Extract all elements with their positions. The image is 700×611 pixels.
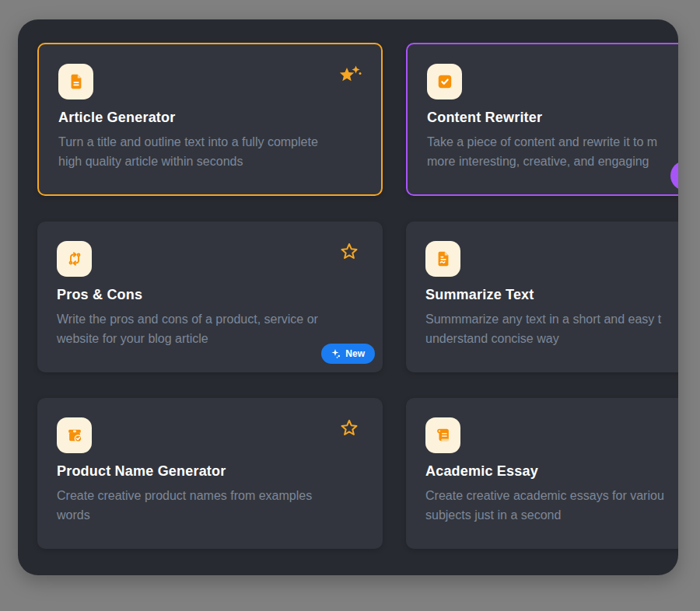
card-title: Product Name Generator xyxy=(57,463,363,480)
card-pros-and-cons[interactable]: Pros & Cons Write the pros and cons of a… xyxy=(37,222,383,372)
swap-arrows-icon xyxy=(57,241,92,277)
new-badge[interactable]: New xyxy=(321,344,375,364)
card-description: Turn a title and outline text into a ful… xyxy=(58,132,362,171)
card-article-generator[interactable]: Article Generator Turn a title and outli… xyxy=(37,43,383,196)
card-title: Summarize Text xyxy=(425,287,678,303)
card-title: Article Generator xyxy=(58,110,362,126)
new-badge-label: New xyxy=(345,348,365,359)
product-box-icon xyxy=(57,417,92,453)
card-product-name-generator[interactable]: Product Name Generator Create creative p… xyxy=(37,398,383,549)
tools-panel: Article Generator Turn a title and outli… xyxy=(18,19,678,575)
card-content-rewriter[interactable]: Content Rewriter Take a piece of content… xyxy=(406,43,678,196)
scroll-icon xyxy=(425,417,460,453)
card-description: Summmarize any text in a short and easy … xyxy=(425,309,678,348)
card-title: Pros & Cons xyxy=(57,287,363,303)
card-title: Content Rewriter xyxy=(427,110,678,126)
favorite-star-outline-icon[interactable] xyxy=(340,418,363,440)
document-icon xyxy=(58,64,93,100)
card-summarize-text[interactable]: Summarize Text Summmarize any text in a … xyxy=(406,222,678,372)
tool-cards-grid: Article Generator Turn a title and outli… xyxy=(37,43,678,549)
favorite-star-filled-icon[interactable] xyxy=(338,65,362,86)
card-description: Create creative academic essays for vari… xyxy=(425,486,678,525)
checkbox-icon xyxy=(427,64,462,100)
card-description: Write the pros and cons of a product, se… xyxy=(57,309,363,348)
card-title: Academic Essay xyxy=(425,463,678,480)
card-description: Create creative product names from examp… xyxy=(57,486,363,525)
card-description: Take a piece of content and rewrite it t… xyxy=(427,132,678,171)
favorite-star-outline-icon[interactable] xyxy=(340,242,363,264)
summary-document-icon xyxy=(425,241,460,277)
sparkle-icon xyxy=(331,349,341,358)
card-academic-essay[interactable]: Academic Essay Create creative academic … xyxy=(406,398,678,549)
